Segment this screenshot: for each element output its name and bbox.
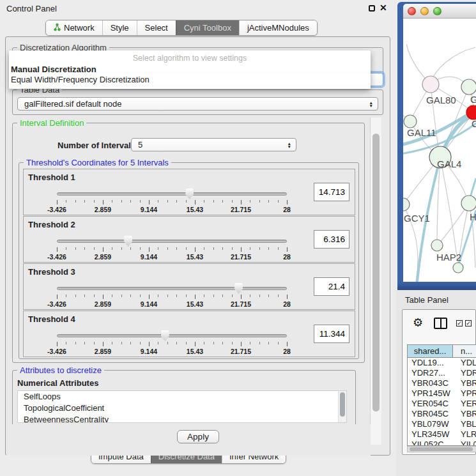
- network-window-titlebar[interactable]: [403, 4, 476, 19]
- panel-scrollbar-thumb[interactable]: [372, 134, 380, 411]
- algorithm-option-manual-discretization[interactable]: Manual Discretization: [9, 63, 371, 74]
- table-row[interactable]: YPR145WYPR1: [408, 388, 476, 399]
- tick-mark: [75, 342, 76, 344]
- tick-mark: [103, 247, 104, 252]
- table-row[interactable]: YDR27...YDR2: [408, 368, 476, 378]
- interval-definition-group: Interval Definition Number of Intervals …: [12, 123, 365, 363]
- threshold-slider[interactable]: -3.4262.8599.14415.4321.71528: [57, 329, 287, 357]
- panel-scrollbar[interactable]: [370, 118, 381, 445]
- threshold-value-input[interactable]: [314, 325, 349, 343]
- gear-icon[interactable]: ⚙: [413, 316, 423, 330]
- slider-thumb[interactable]: [234, 283, 243, 294]
- table-cell-shared-name: YER054C: [408, 399, 453, 409]
- slider-thumb[interactable]: [124, 236, 132, 247]
- table-header-row: shared... n...: [408, 345, 476, 358]
- tick-mark: [103, 342, 104, 346]
- network-node-gal80[interactable]: [422, 76, 439, 93]
- float-window-icon[interactable]: [369, 5, 375, 12]
- tab-cyni-toolbox[interactable]: Cyni Toolbox: [176, 20, 239, 35]
- settings-scroll-area: Interval Definition Number of Intervals …: [6, 118, 371, 445]
- attribute-item[interactable]: SelfLoops: [18, 391, 346, 403]
- table-row[interactable]: YIL052CYIL0: [408, 440, 476, 446]
- checkbox-checked-icon[interactable]: ✓: [465, 320, 472, 326]
- tick-mark: [278, 342, 279, 344]
- network-node-partial-h[interactable]: [461, 196, 476, 211]
- threshold-slider[interactable]: -3.4262.8599.14415.4321.71528: [57, 187, 287, 215]
- threshold-value-input[interactable]: [314, 277, 349, 296]
- attribute-item[interactable]: TopologicalCoefficient: [18, 403, 346, 414]
- network-node-bottom[interactable]: [453, 263, 463, 273]
- column-header-shared-name[interactable]: shared...: [408, 345, 453, 357]
- tick-mark: [94, 247, 95, 250]
- threshold-value-input[interactable]: [314, 230, 349, 249]
- table-row[interactable]: YBR043CYBR0: [408, 378, 476, 388]
- table-row[interactable]: YLR345WYLR3: [408, 429, 476, 440]
- slider-track: [57, 287, 287, 290]
- tick-mark: [232, 247, 233, 250]
- tick-mark: [130, 342, 131, 344]
- scale-tick-label: 2.859: [95, 206, 111, 213]
- network-node-gcy1[interactable]: [403, 198, 410, 211]
- table-row[interactable]: YER054CYER0: [408, 399, 476, 409]
- list-scrollbar[interactable]: [338, 391, 346, 422]
- threshold-slider[interactable]: -3.4262.8599.14415.4321.71528: [57, 282, 287, 310]
- threshold-slider[interactable]: -3.4262.8599.14415.4321.71528: [57, 234, 287, 263]
- tick-mark: [259, 295, 260, 297]
- table-row[interactable]: YDL19...YDL1: [408, 358, 476, 368]
- algorithm-popup-prompt: Select algorithm to view settings: [9, 50, 371, 63]
- table-cell-name: YBR0: [453, 378, 476, 388]
- network-node-gal11[interactable]: [404, 115, 417, 128]
- tick-mark: [213, 200, 214, 203]
- columns-icon[interactable]: [434, 318, 447, 329]
- threshold-panel-4: Threshold 4-3.4262.8599.14415.4321.71528: [23, 311, 355, 357]
- horizontal-scrollbar[interactable]: [407, 446, 476, 452]
- threshold-value-input[interactable]: [314, 183, 349, 201]
- tick-mark: [57, 200, 58, 204]
- tick-mark: [268, 342, 269, 344]
- table-row[interactable]: YBL079WYBL0: [408, 419, 476, 429]
- threshold-panel-3: Threshold 3-3.4262.8599.14415.4321.71528: [23, 263, 355, 310]
- network-node-hap2[interactable]: [431, 240, 443, 251]
- attribute-item[interactable]: BetweennessCentrality: [18, 414, 346, 423]
- tick-mark: [66, 342, 66, 344]
- threshold-label: Threshold 3: [28, 267, 75, 277]
- traffic-light-close-icon[interactable]: [408, 7, 416, 15]
- tick-mark: [278, 200, 279, 203]
- tab-jactivemnodules[interactable]: jActiveMNodules: [239, 20, 317, 35]
- combo-stepper-icon: ▲▼: [288, 141, 291, 148]
- number-of-intervals-value: 5: [132, 140, 142, 150]
- column-header-name[interactable]: n...: [453, 345, 476, 357]
- tick-mark: [66, 295, 66, 297]
- tick-mark: [268, 200, 269, 203]
- table-row[interactable]: YBR045CYBR0: [408, 409, 476, 419]
- table-cell-name: YDR2: [453, 368, 476, 378]
- tick-mark: [195, 295, 196, 299]
- scale-tick-label: -3.426: [47, 253, 66, 261]
- tab-network[interactable]: Network: [46, 20, 102, 35]
- tab-select[interactable]: Select: [137, 20, 176, 35]
- horizontal-scrollbar-thumb[interactable]: [410, 447, 473, 451]
- close-icon[interactable]: ✕: [380, 3, 387, 13]
- number-of-intervals-combobox[interactable]: 5 ▲▼: [131, 138, 296, 151]
- network-node-partial-g[interactable]: [461, 79, 476, 95]
- tab-style[interactable]: Style: [102, 20, 137, 35]
- list-scrollbar-thumb[interactable]: [340, 392, 345, 417]
- algorithm-option-equal-width-frequency[interactable]: Equal Width/Frequency Discretization: [9, 74, 371, 84]
- thresholds-group: Threshold's Coordinates for 5 Intervals …: [19, 162, 359, 359]
- apply-button[interactable]: Apply: [177, 430, 219, 443]
- traffic-light-zoom-icon[interactable]: [433, 7, 441, 15]
- scale-tick-label: 15.43: [187, 206, 203, 213]
- traffic-light-minimize-icon[interactable]: [420, 7, 429, 15]
- tick-mark: [112, 295, 112, 297]
- tab-label: Select: [145, 23, 168, 33]
- checkbox-checked-icon[interactable]: ✓: [456, 320, 463, 326]
- threshold-panel-1: Threshold 1-3.4262.8599.14415.4321.71528: [23, 169, 355, 215]
- table-data-combobox[interactable]: galFiltered.sif default node ▲▼: [17, 97, 378, 111]
- slider-ticks: [57, 200, 287, 206]
- network-canvas[interactable]: GAL80 G. C GAL11 GAL4 GCY1 H HAP2: [403, 19, 476, 282]
- slider-thumb[interactable]: [161, 330, 169, 341]
- numerical-attributes-list[interactable]: SelfLoopsTopologicalCoefficientBetweenne…: [17, 390, 347, 423]
- slider-thumb[interactable]: [185, 188, 194, 199]
- tick-mark: [130, 295, 131, 297]
- threshold-panel-2: Threshold 2-3.4262.8599.14415.4321.71528: [23, 216, 355, 263]
